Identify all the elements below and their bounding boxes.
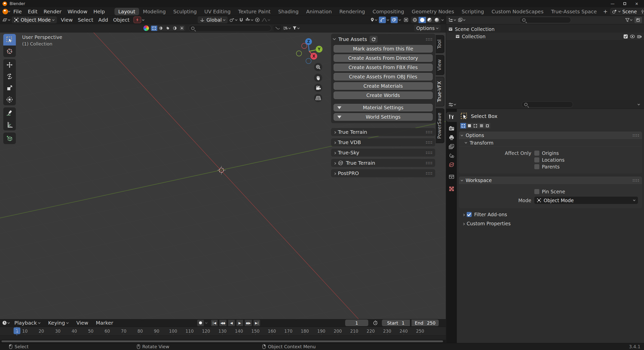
topbar-menu-item[interactable]: Edit <box>25 9 41 15</box>
panel-grip-icon[interactable]: :::: <box>632 133 639 138</box>
pin-icon[interactable] <box>640 9 644 14</box>
blender-menu-icon[interactable] <box>3 9 8 14</box>
import-method-button[interactable] <box>273 25 281 31</box>
timeline-ruler[interactable]: 1020304050607080901001101201301401501601… <box>0 327 446 335</box>
proportional-falloff-button[interactable] <box>261 17 270 22</box>
timeline-track-area[interactable] <box>0 335 446 340</box>
workspace-tab[interactable]: Layout <box>114 8 139 15</box>
workspace-tab[interactable]: Rendering <box>336 8 369 15</box>
scene-browse-chevron-icon[interactable] <box>618 10 621 12</box>
proportional-editing-toggle[interactable] <box>255 17 260 22</box>
sidebar-tab[interactable]: Tool <box>436 35 444 53</box>
disable-render-camera-icon[interactable] <box>637 34 642 38</box>
tab-collection[interactable] <box>446 172 457 182</box>
view-menu[interactable]: View <box>73 320 91 326</box>
play-button[interactable]: ▶ <box>236 320 243 326</box>
parents-checkbox[interactable] <box>534 164 539 169</box>
select-intersect-button[interactable] <box>485 123 490 128</box>
shading-chevron-icon[interactable] <box>441 18 444 21</box>
hide-viewport-eye-icon[interactable] <box>630 34 635 38</box>
marker-menu[interactable]: Marker <box>93 320 116 326</box>
editor-type-button[interactable] <box>2 17 10 22</box>
properties-search-field[interactable] <box>521 101 573 108</box>
panel-grip-icon[interactable]: :::: <box>426 161 433 165</box>
pin-scene-checkbox[interactable] <box>534 189 539 194</box>
properties-editor-type-button[interactable] <box>448 102 456 107</box>
panel-grip-icon[interactable]: :::: <box>426 171 433 176</box>
asset-action-button[interactable]: Mark assets from this file <box>334 45 433 53</box>
tool-cursor[interactable] <box>3 46 16 57</box>
tool-scale[interactable] <box>3 82 16 94</box>
gizmo-axis-x-neg[interactable] <box>301 43 307 49</box>
pivot-point-button[interactable] <box>229 17 237 22</box>
jump-to-start-button[interactable]: |◀ <box>211 320 218 326</box>
shading-material-button[interactable] <box>426 17 433 23</box>
jump-to-end-button[interactable]: ▶| <box>254 320 260 326</box>
prev-keyframe-button[interactable]: ◀◆ <box>219 320 226 326</box>
viewport-3d[interactable]: User Perspective (1) Collection <box>0 32 446 319</box>
panel-grip-icon[interactable]: :::: <box>632 178 639 183</box>
topbar-menu-item[interactable]: File <box>10 9 25 15</box>
display-mode-button[interactable] <box>283 26 291 30</box>
xray-toggle[interactable] <box>403 17 410 23</box>
viewport-menu-item[interactable]: Object <box>111 17 132 23</box>
tool-transform[interactable] <box>3 94 16 105</box>
workspace-tab[interactable]: Sculpting <box>170 8 200 15</box>
sidebar-tab[interactable]: View <box>436 55 444 75</box>
camera-view-button[interactable] <box>314 84 322 92</box>
close-button[interactable]: × <box>632 1 641 7</box>
gizmo-axis-y[interactable]: Y <box>316 46 323 53</box>
addon-panel-header[interactable]: True Terrain :::: <box>331 159 435 167</box>
origins-checkbox[interactable] <box>534 151 539 156</box>
gizmo-axis-z-neg[interactable] <box>306 58 311 64</box>
panel-grip-icon[interactable]: :::: <box>426 140 433 145</box>
shading-solid-button[interactable] <box>419 17 426 23</box>
viewport-menu-item[interactable]: Select <box>75 17 96 23</box>
current-frame-field[interactable]: 1 <box>345 320 368 326</box>
locations-checkbox[interactable] <box>534 157 539 162</box>
select-invert-button[interactable] <box>478 123 484 128</box>
tab-scene[interactable] <box>446 151 457 161</box>
filter-addons-row[interactable]: Filter Add-ons <box>462 212 642 217</box>
asset-action-button[interactable]: Create Assets From OBJ Files <box>334 73 433 80</box>
workspace-tab[interactable]: Geometry Nodes <box>408 8 458 15</box>
object-visibility-button[interactable] <box>370 17 377 22</box>
tool-rotate[interactable] <box>3 71 16 82</box>
frame-end-field[interactable]: End 250 <box>412 320 439 326</box>
tab-view-layer[interactable] <box>446 142 457 152</box>
tool-measure[interactable] <box>3 119 16 130</box>
select-extend-button[interactable] <box>466 123 472 128</box>
tool-add-cube[interactable] <box>3 133 16 144</box>
keying-menu[interactable]: Keying <box>45 320 72 326</box>
select-new-button[interactable] <box>151 26 157 31</box>
sidebar-tab[interactable]: True-VFX <box>436 77 444 106</box>
auto-keying-button[interactable] <box>197 320 204 326</box>
workspace-tab[interactable]: Shading <box>274 8 302 15</box>
refresh-button[interactable] <box>370 36 378 43</box>
outliner-filter-button[interactable] <box>625 18 632 22</box>
workspace-mode-dropdown[interactable]: Object Mode <box>534 197 638 204</box>
panel-grip-icon[interactable]: :::: <box>426 37 433 41</box>
shading-wireframe-button[interactable] <box>411 17 419 23</box>
outliner-row-scene-collection[interactable]: Scene Collection <box>446 25 644 33</box>
properties-options-chevron-icon[interactable] <box>637 103 640 105</box>
use-preview-range-button[interactable] <box>372 320 379 326</box>
viewport-menu-item[interactable]: Add <box>96 17 111 23</box>
panel-grip-icon[interactable]: :::: <box>426 150 433 155</box>
snap-toggle[interactable] <box>239 17 244 22</box>
options-button[interactable]: Options <box>414 25 441 32</box>
pan-view-button[interactable] <box>314 74 322 82</box>
zoom-view-button[interactable] <box>314 63 322 71</box>
addon-quick-button[interactable] <box>134 17 141 23</box>
settings-toggle-button[interactable]: Material Settings <box>334 104 433 111</box>
add-workspace-button[interactable]: + <box>600 8 610 15</box>
maximize-button[interactable] <box>620 1 629 7</box>
gizmo-axis-y-neg[interactable] <box>296 51 302 56</box>
auto-keying-chevron-icon[interactable] <box>205 321 208 324</box>
workspace-tab[interactable]: Modeling <box>139 8 170 15</box>
tab-tool[interactable] <box>446 112 457 122</box>
topbar-menu-item[interactable]: Window <box>64 9 90 15</box>
play-reverse-button[interactable]: ◀ <box>228 320 235 326</box>
scrollbar-handle[interactable] <box>2 340 443 342</box>
asset-action-button[interactable]: Create Assets From Directory <box>334 54 433 62</box>
